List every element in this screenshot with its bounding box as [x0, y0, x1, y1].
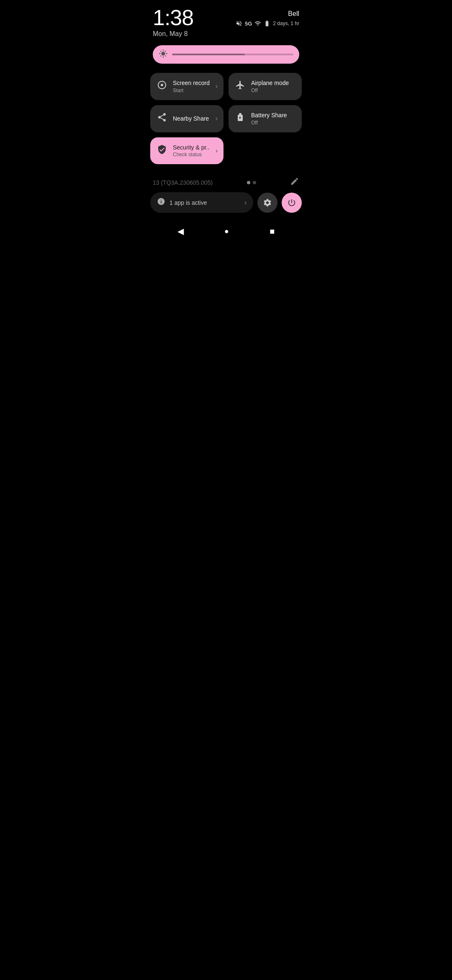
- bottom-controls-row: 1 app is active ›: [144, 192, 308, 213]
- page-dots: [247, 181, 256, 184]
- status-left: 1:38 Mon, May 8: [153, 7, 193, 38]
- carrier: Bell: [288, 10, 299, 18]
- brightness-bar[interactable]: [172, 54, 293, 55]
- tile-airplane-mode-label: Airplane mode: [251, 80, 296, 87]
- battery-share-icon: [234, 112, 246, 125]
- page-dot-2: [253, 181, 256, 184]
- bottom-info: 13 (TQ3A.230605.005): [144, 164, 308, 192]
- tile-security-sublabel: Check status: [173, 152, 211, 157]
- settings-button[interactable]: [257, 193, 277, 213]
- date: Mon, May 8: [153, 30, 193, 38]
- tile-security-text: Security & pr.. Check status: [173, 144, 211, 158]
- tile-airplane-mode-sublabel: Off: [251, 88, 296, 93]
- battery-icon: [264, 20, 270, 27]
- tile-screen-record-text: Screen record Start: [173, 80, 211, 93]
- status-icons: 5G 2 days, 1 hr: [236, 20, 299, 27]
- security-icon: [156, 144, 168, 157]
- status-right: Bell 5G 2 days, 1 hr: [236, 7, 299, 27]
- nav-bar: ◀ ● ■: [144, 217, 308, 248]
- recents-button[interactable]: ■: [266, 223, 278, 240]
- active-info-icon: [157, 197, 165, 208]
- nearby-share-icon: [156, 112, 168, 125]
- tile-battery-share-text: Battery Share Off: [251, 112, 296, 126]
- tile-nearby-share-text: Nearby Share: [173, 115, 211, 122]
- brightness-track: [159, 49, 293, 60]
- back-button[interactable]: ◀: [174, 223, 187, 240]
- clock: 1:38: [153, 7, 193, 28]
- security-chevron: ›: [216, 147, 218, 155]
- tile-security-label: Security & pr..: [173, 144, 211, 151]
- active-app-chevron: ›: [244, 199, 247, 206]
- nearby-share-chevron: ›: [216, 115, 218, 122]
- brightness-row: [144, 41, 308, 68]
- signal-icon: [254, 20, 261, 27]
- screen-record-chevron: ›: [216, 83, 218, 90]
- mute-icon: [236, 20, 242, 27]
- edit-icon[interactable]: [290, 177, 299, 188]
- tile-screen-record-sublabel: Start: [173, 88, 211, 93]
- screen-record-icon: [156, 80, 168, 93]
- tile-airplane-mode[interactable]: Airplane mode Off: [229, 73, 302, 100]
- brightness-icon: [159, 49, 168, 60]
- brightness-filled: [172, 54, 245, 55]
- tile-nearby-share[interactable]: Nearby Share ›: [150, 105, 223, 132]
- status-bar: 1:38 Mon, May 8 Bell 5G 2 days, 1 hr: [144, 0, 308, 41]
- tiles-grid: Screen record Start › Airplane mode Off …: [144, 73, 308, 164]
- tile-nearby-share-label: Nearby Share: [173, 115, 211, 122]
- battery-text: 2 days, 1 hr: [273, 21, 299, 26]
- tile-screen-record[interactable]: Screen record Start ›: [150, 73, 223, 100]
- tile-battery-share-label: Battery Share: [251, 112, 296, 119]
- active-app-bar[interactable]: 1 app is active ›: [150, 192, 253, 213]
- network-icon: 5G: [245, 21, 252, 27]
- page-dot-1: [247, 181, 250, 184]
- power-button[interactable]: [282, 193, 302, 213]
- bottom-right-buttons: [257, 193, 302, 213]
- brightness-slider[interactable]: [153, 45, 299, 64]
- airplane-mode-icon: [234, 80, 246, 93]
- tile-battery-share-sublabel: Off: [251, 120, 296, 126]
- active-app-text: 1 app is active: [170, 199, 240, 206]
- home-button[interactable]: ●: [221, 224, 232, 239]
- tile-airplane-mode-text: Airplane mode Off: [251, 80, 296, 93]
- tile-battery-share[interactable]: Battery Share Off: [229, 105, 302, 132]
- tile-screen-record-label: Screen record: [173, 80, 211, 87]
- tile-security[interactable]: Security & pr.. Check status ›: [150, 137, 223, 165]
- build-version: 13 (TQ3A.230605.005): [153, 179, 213, 186]
